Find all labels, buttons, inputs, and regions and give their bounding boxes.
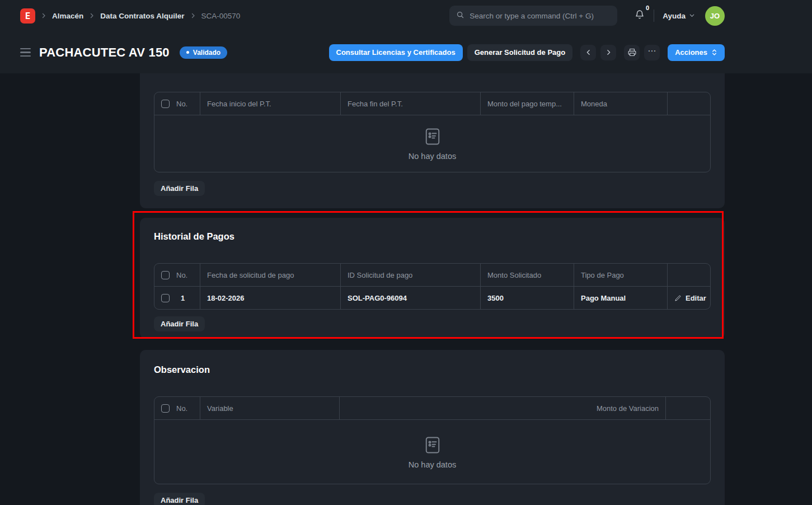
column-header-actions — [667, 92, 710, 115]
column-header-monto-pago: Monto del pago temp... — [480, 92, 574, 115]
header-actions: Consultar Licencias y Certificados Gener… — [329, 44, 725, 61]
column-header-actions — [665, 397, 710, 419]
cell-id-solicitud[interactable]: SOL-PAG0-96094 — [340, 287, 480, 309]
section-pagos-temporales: No. Fecha inicio del P.T. Fecha fin del … — [140, 73, 725, 208]
next-document-button[interactable] — [600, 45, 616, 60]
chevron-right-icon — [190, 12, 196, 19]
add-row-button[interactable]: Añadir Fila — [154, 316, 205, 331]
breadcrumb-item-current: SCA-00570 — [201, 12, 241, 20]
prev-document-button[interactable] — [580, 45, 596, 60]
table-header-row: No. Fecha de solicitud de pago ID Solici… — [154, 264, 710, 287]
empty-list-icon — [423, 435, 443, 455]
column-header-fecha-solicitud: Fecha de solicitud de pago — [200, 264, 340, 286]
status-badge-label: Validado — [193, 49, 220, 57]
chevron-left-icon — [585, 49, 592, 56]
generar-solicitud-label: Generar Solicitud de Pago — [475, 48, 566, 57]
table-row: 1 18-02-2026 SOL-PAG0-96094 3500 Pago Ma… — [154, 287, 710, 309]
status-dot-icon — [186, 51, 189, 54]
historial-pagos-table: No. Fecha de solicitud de pago ID Solici… — [154, 263, 711, 310]
generar-solicitud-button[interactable]: Generar Solicitud de Pago — [467, 44, 573, 61]
topbar: E Almacén Data Contratos Alquiler SCA-00… — [0, 0, 812, 31]
empty-state: No hay datos — [154, 420, 710, 484]
section-observacion: Observacion No. Variable Monto de Variac… — [140, 350, 725, 505]
select-all-checkbox[interactable] — [161, 271, 170, 279]
chevron-right-icon — [88, 12, 95, 19]
cell-tipo-pago[interactable]: Pago Manual — [574, 287, 667, 309]
consultar-licencias-label: Consultar Licencias y Certificados — [336, 48, 456, 57]
column-header-monto-variacion: Monto de Variacion — [339, 397, 665, 419]
chevron-right-icon — [40, 12, 47, 19]
pencil-icon — [674, 294, 682, 302]
column-header-no: No. — [176, 404, 187, 413]
page-title: PACHACUTEC AV 150 — [39, 45, 170, 60]
chevron-down-icon — [689, 12, 695, 20]
edit-row-label: Editar — [686, 294, 706, 302]
empty-state-text: No hay datos — [409, 460, 456, 469]
consultar-licencias-button[interactable]: Consultar Licencias y Certificados — [329, 44, 463, 61]
row-number: 1 — [181, 294, 185, 302]
search-icon — [456, 11, 464, 21]
notifications-button[interactable]: 0 — [634, 9, 645, 22]
global-search[interactable] — [449, 6, 617, 26]
select-all-checkbox[interactable] — [161, 404, 170, 413]
section-title: Observacion — [154, 364, 711, 375]
app-logo[interactable]: E — [20, 8, 35, 24]
menu-ellipsis-button[interactable]: ⋯ — [644, 45, 660, 60]
help-label: Ayuda — [663, 12, 686, 20]
row-checkbox[interactable] — [161, 294, 170, 302]
empty-state-text: No hay datos — [409, 152, 456, 161]
column-header-no: No. — [176, 100, 187, 108]
search-input[interactable] — [470, 12, 611, 20]
notification-count-badge: 0 — [646, 4, 649, 11]
add-row-button[interactable]: Añadir Fila — [154, 493, 205, 505]
app-logo-letter: E — [25, 11, 31, 21]
status-badge: Validado — [180, 46, 227, 59]
cell-fecha-solicitud[interactable]: 18-02-2026 — [200, 287, 340, 309]
printer-icon — [627, 48, 637, 57]
column-header-no: No. — [176, 271, 187, 279]
topbar-divider — [654, 10, 654, 22]
section-title: Historial de Pagos — [154, 231, 711, 242]
column-header-fecha-inicio: Fecha inicio del P.T. — [200, 92, 340, 115]
form-content: No. Fecha inicio del P.T. Fecha fin del … — [0, 73, 812, 505]
print-button[interactable] — [624, 45, 640, 60]
bell-icon — [634, 9, 645, 22]
acciones-button[interactable]: Acciones — [668, 44, 725, 61]
add-row-button[interactable]: Añadir Fila — [154, 181, 205, 196]
acciones-label: Acciones — [675, 48, 707, 57]
select-all-checkbox[interactable] — [161, 100, 170, 108]
observacion-table: No. Variable Monto de Variacion No hay d… — [154, 396, 711, 484]
ellipsis-icon: ⋯ — [647, 46, 656, 59]
section-historial-de-pagos: Historial de Pagos No. Fecha de solicitu… — [140, 218, 725, 339]
column-header-monto-solicitado: Monto Solicitado — [480, 264, 574, 286]
empty-state: No hay datos — [154, 115, 710, 172]
user-avatar[interactable]: JO — [705, 6, 725, 26]
column-header-moneda: Moneda — [574, 92, 667, 115]
chevron-right-icon — [605, 49, 612, 56]
cell-monto-solicitado[interactable]: 3500 — [480, 287, 574, 309]
sidebar-toggle-icon[interactable] — [20, 46, 31, 59]
unfold-chevrons-icon — [711, 49, 717, 56]
breadcrumb-item-doctype[interactable]: Data Contratos Alquiler — [100, 12, 184, 20]
empty-list-icon — [423, 127, 443, 147]
column-header-fecha-fin: Fecha fin del P.T. — [340, 92, 480, 115]
column-header-variable: Variable — [200, 397, 339, 419]
table-header-row: No. Fecha inicio del P.T. Fecha fin del … — [154, 92, 710, 115]
breadcrumb-item-almacen[interactable]: Almacén — [52, 12, 83, 20]
avatar-initials: JO — [710, 12, 720, 20]
column-header-id-solicitud: ID Solicitud de pago — [340, 264, 480, 286]
column-header-tipo-pago: Tipo de Pago — [574, 264, 667, 286]
table-header-row: No. Variable Monto de Variacion — [154, 397, 710, 420]
column-header-actions — [667, 264, 710, 286]
page-header: PACHACUTEC AV 150 Validado Consultar Lic… — [0, 31, 812, 73]
help-menu[interactable]: Ayuda — [663, 12, 695, 20]
pagos-temporales-table: No. Fecha inicio del P.T. Fecha fin del … — [154, 92, 711, 172]
edit-row-button[interactable]: Editar — [674, 294, 706, 302]
